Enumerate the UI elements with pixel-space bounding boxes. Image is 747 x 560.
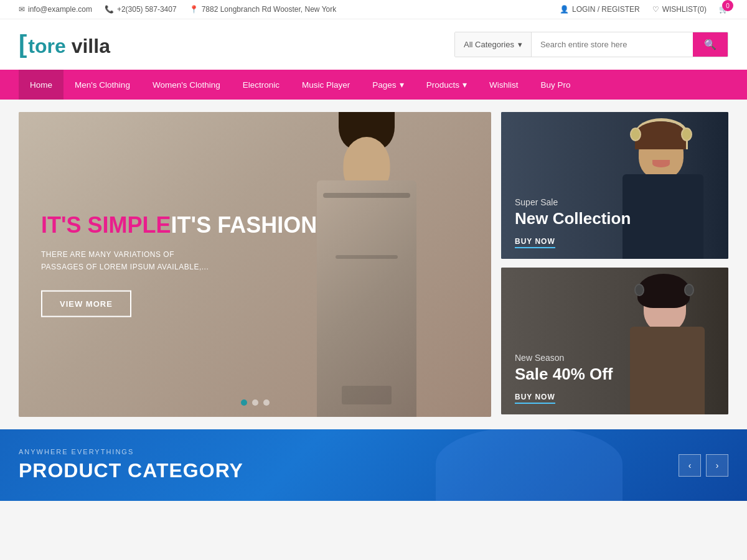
product-cat-nav: ‹ ›	[679, 454, 728, 477]
header: [tore villa All Categories ▾ 🔍	[0, 19, 747, 70]
product-cat-sub: ANYWHERE EVERYTHINGS	[19, 448, 243, 455]
figure-waist	[336, 255, 398, 259]
slider-dot-3[interactable]	[263, 399, 270, 406]
nav-item-electronic[interactable]: Electronic	[232, 70, 291, 100]
chevron-down-icon: ▾	[463, 80, 467, 90]
nav-item-home[interactable]: Home	[19, 70, 63, 100]
nav-item-buy-pro[interactable]: Buy Pro	[529, 70, 581, 100]
slider-dot-1[interactable]	[241, 399, 247, 406]
logo[interactable]: [tore villa	[19, 30, 110, 58]
product-category-next-button[interactable]: ›	[706, 454, 728, 477]
nav-item-music-player[interactable]: Music Player	[291, 70, 361, 100]
hero-slider: IT'S SIMPLEIT'S FASHION THERE ARE MANY V…	[19, 112, 491, 417]
main-content: IT'S SIMPLEIT'S FASHION THERE ARE MANY V…	[0, 100, 747, 429]
login-register-link[interactable]: 👤 LOGIN / REGISTER	[560, 5, 640, 14]
nav-item-mens-clothing[interactable]: Men's Clothing	[63, 70, 141, 100]
wishlist-link[interactable]: ♡ WISHLIST(0)	[652, 5, 707, 14]
location-icon: 📍	[189, 5, 199, 14]
logo-text: [tore villa	[19, 30, 110, 58]
banner-new-collection: Super Sale New Collection BUY NOW	[501, 112, 728, 259]
product-cat-text: ANYWHERE EVERYTHINGS PRODUCT CATEGORY	[19, 448, 243, 482]
email-info: ✉ info@example.com	[19, 5, 92, 14]
banner-title-1: New Collection	[515, 210, 631, 228]
search-bar: All Categories ▾ 🔍	[454, 32, 728, 57]
banner-content-1: Super Sale New Collection BUY NOW	[501, 184, 644, 259]
nav-item-pages[interactable]: Pages ▾	[361, 70, 415, 100]
heart-icon: ♡	[652, 5, 659, 14]
headphone-cup-right-2	[634, 284, 644, 296]
banner-title-2: Sale 40% Off	[515, 365, 613, 383]
topbar-right: 👤 LOGIN / REGISTER ♡ WISHLIST(0) 🛒 0	[560, 5, 728, 14]
user-icon: 👤	[560, 5, 569, 14]
address-info: 📍 7882 Longbranch Rd Wooster, New York	[189, 5, 337, 14]
hero-view-more-button[interactable]: VIEW MORE	[41, 290, 131, 317]
banner-content-2: New Season Sale 40% Off BUY NOW	[501, 339, 627, 414]
phone-info: 📞 +2(305) 587-3407	[105, 5, 177, 14]
smile	[652, 160, 670, 167]
banner-hair-1	[635, 121, 686, 149]
banner-sale: New Season Sale 40% Off BUY NOW	[501, 268, 728, 414]
headphone-cup-right	[630, 128, 641, 141]
email-icon: ✉	[19, 5, 25, 14]
figure-body	[317, 180, 416, 417]
search-input[interactable]	[532, 32, 693, 57]
product-category-prev-button[interactable]: ‹	[679, 454, 701, 477]
nav-item-wishlist[interactable]: Wishlist	[478, 70, 530, 100]
logo-bracket: [	[19, 30, 27, 58]
banner-buy-now-1[interactable]: BUY NOW	[515, 237, 555, 248]
chevron-down-icon: ▾	[400, 80, 404, 90]
category-label: All Categories	[464, 40, 514, 49]
headphone-cup-left-2	[684, 284, 694, 296]
chevron-down-icon: ▾	[518, 40, 522, 49]
banner-buy-now-2[interactable]: BUY NOW	[515, 393, 555, 404]
hero-headline: IT'S SIMPLEIT'S FASHION	[41, 212, 317, 238]
figure-collar	[323, 193, 410, 198]
slider-dot-2[interactable]	[252, 399, 258, 406]
product-category-section: ANYWHERE EVERYTHINGS PRODUCT CATEGORY ‹ …	[0, 429, 747, 501]
banner-body-2	[630, 327, 705, 414]
slider-dots	[241, 399, 270, 406]
search-icon: 🔍	[704, 39, 716, 50]
topbar: ✉ info@example.com 📞 +2(305) 587-3407 📍 …	[0, 0, 747, 19]
figure-phone	[342, 386, 392, 404]
banner-super-label-2: New Season	[515, 353, 613, 363]
banner-super-label-1: Super Sale	[515, 197, 631, 207]
banner-hair-2	[637, 274, 690, 308]
hero-content: IT'S SIMPLEIT'S FASHION THERE ARE MANY V…	[41, 212, 317, 317]
cart-count-badge: 0	[722, 0, 733, 11]
cart-icon-button[interactable]: 🛒 0	[719, 5, 728, 14]
navbar: Home Men's Clothing Women's Clothing Ele…	[0, 70, 747, 100]
nav-item-products[interactable]: Products ▾	[415, 70, 478, 100]
topbar-left: ✉ info@example.com 📞 +2(305) 587-3407 📍 …	[19, 5, 336, 14]
search-button[interactable]: 🔍	[693, 32, 728, 57]
hero-subtext: THERE ARE MANY VARIATIONS OF PASSAGES OF…	[41, 249, 215, 273]
category-dropdown[interactable]: All Categories ▾	[455, 32, 532, 57]
nav-item-womens-clothing[interactable]: Women's Clothing	[141, 70, 232, 100]
product-cat-title: PRODUCT CATEGORY	[19, 459, 243, 482]
headphone-cup-left	[681, 128, 692, 141]
side-banners: Super Sale New Collection BUY NOW	[501, 112, 728, 417]
phone-icon: 📞	[105, 5, 114, 14]
banner-person-2	[610, 268, 722, 414]
